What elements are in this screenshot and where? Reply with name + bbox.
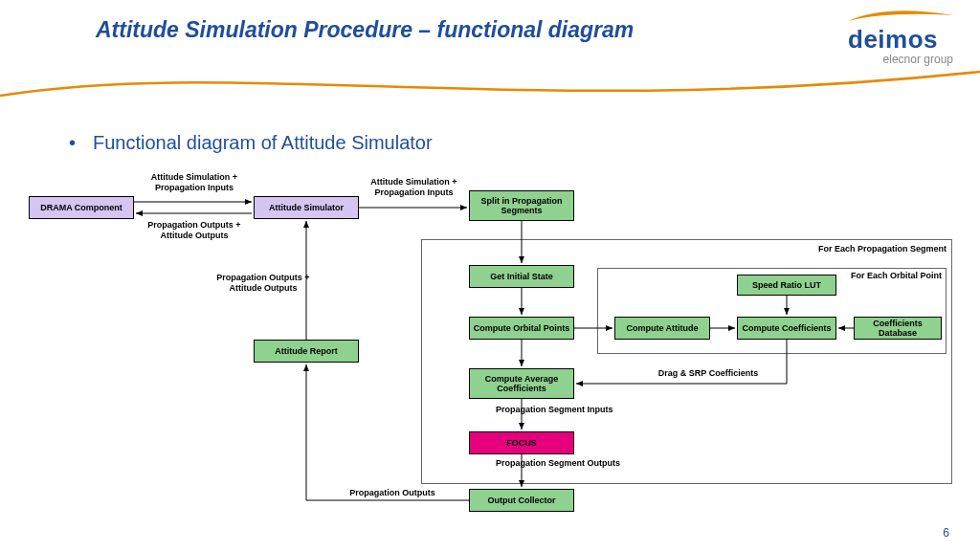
bullet-icon: • — [69, 132, 76, 153]
logo-subtext: elecnor group — [848, 53, 953, 66]
wave-divider-icon — [0, 67, 980, 105]
slide-title: Attitude Simulation Procedure – function… — [96, 17, 634, 43]
logo-block: deimos elecnor group — [848, 10, 953, 66]
page-number: 6 — [943, 526, 949, 540]
functional-diagram: DRAMA Component Attitude Simulator Split… — [19, 167, 961, 512]
arrows-layer — [19, 167, 961, 512]
logo-name: deimos — [848, 25, 953, 55]
bullet-line: •Functional diagram of Attitude Simulato… — [69, 132, 433, 154]
bullet-text: Functional diagram of Attitude Simulator — [93, 132, 433, 153]
logo-swoosh-icon — [848, 10, 953, 23]
